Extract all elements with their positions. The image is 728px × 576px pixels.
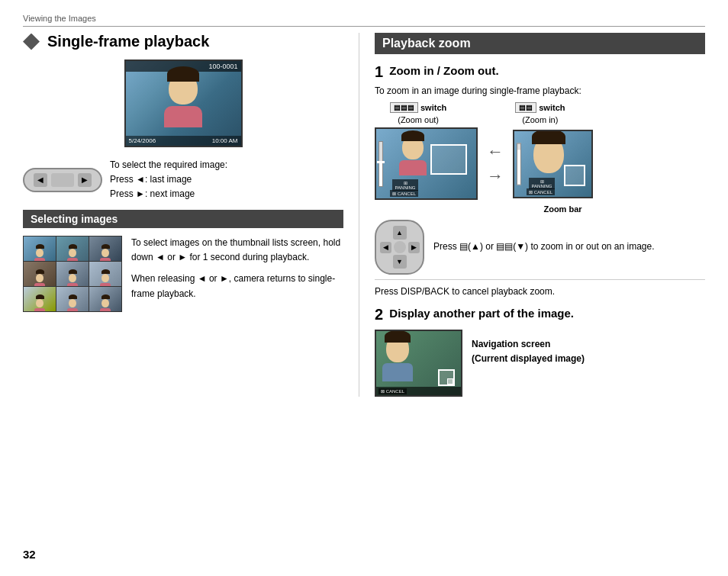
page-container: Viewing the Images Single-frame playback… [0, 0, 728, 576]
controls-text: To select the required image: Press ◄: l… [110, 158, 227, 202]
controls-row: ◀ ▶ To select the required image: Press … [23, 158, 343, 202]
nav-label-line1: Navigation screen [472, 339, 550, 349]
playback-zoom-title: Playback zoom [382, 37, 471, 50]
zoom-in-icon-row: ▤▤ switch [515, 102, 565, 113]
cancel-label-right: ⊠ CANCEL [527, 188, 555, 195]
dpad-center [51, 173, 74, 187]
zoom-in-switch-label: switch [539, 103, 565, 112]
step1-label: Zoom in / Zoom out. [389, 64, 498, 77]
display-cancel: ⊠ CANCEL [378, 388, 407, 394]
camera-screen-time: 10:00 AM [212, 137, 238, 144]
page-number: 32 [23, 548, 36, 561]
zoom-dpad-up[interactable]: ▲ [393, 226, 407, 240]
thumb-cell-1 [24, 237, 56, 261]
selecting-row: To select images on the thumbnail lists … [23, 236, 343, 312]
controls-line3: Press ►: next image [110, 187, 227, 201]
nav-screen-label: Navigation screen (Current displayed ima… [472, 337, 585, 366]
zoom-in-label-container: ▤▤ switch (Zoom in) [515, 102, 565, 124]
zoom-screens-row: ⊞ PANNING ⊠ CANCEL ← → [375, 127, 705, 200]
section2-header: Selecting images [23, 210, 343, 228]
thumb-cell-4 [24, 262, 56, 286]
thumb-cell-7 [24, 287, 56, 311]
zoom-out-sub: (Zoom out) [390, 115, 446, 124]
thumb-person-8 [66, 294, 79, 310]
camera-screen: 100-0001 5/24/2006 10:00 AM [124, 60, 243, 147]
nav-indicator [438, 369, 455, 386]
left-arrow-btn[interactable]: ◀ [34, 173, 47, 187]
thumb-person-7 [33, 294, 47, 310]
arrow-left-icon: ← [487, 142, 504, 162]
nav-screen-label-container: Navigation screen (Current displayed ima… [472, 330, 585, 366]
hair-icon [167, 66, 199, 82]
zoom-dpad-middle: ◀ ▶ [380, 241, 420, 253]
nav-label-line2: (Current displayed image) [472, 353, 585, 364]
thumb-cell-3 [89, 237, 121, 261]
zoom-dpad-center [394, 241, 406, 253]
controls-line1: To select the required image: [110, 158, 227, 172]
section1-title-row: Single-frame playback [23, 33, 343, 50]
zoom-bar-right [517, 143, 521, 185]
section1-title: Single-frame playback [47, 33, 209, 50]
zoom-desc-text: Press ▤(▲) or ▤▤(▼) to zoom in or out on… [433, 240, 655, 254]
panning-cancel-right: ⊞ PANNING ⊠ CANCEL [527, 188, 555, 195]
zoom-dpad-right[interactable]: ▶ [408, 242, 420, 253]
camera-screen-date: 5/24/2006 [129, 137, 156, 144]
zoom-out-label-container: ▤▤▤ switch (Zoom out) [390, 102, 446, 124]
thumb-cell-6 [89, 262, 121, 286]
step2-num: 2 [375, 306, 383, 323]
zoom-in-icon: ▤▤ [515, 102, 536, 113]
thumb-person-2 [66, 244, 79, 259]
selecting-body1: To select images on the thumbnail lists … [131, 236, 343, 266]
dpad-control: ◀ ▶ [23, 168, 102, 192]
thumb-cell-8 [56, 287, 89, 311]
zoom-in-screen-container: ⊞ PANNING ⊠ CANCEL [513, 130, 593, 198]
cancel-text: Press DISP/BACK to cancel playback zoom. [375, 286, 705, 297]
thumb-cell-5 [56, 262, 89, 286]
arrow-right-icon: → [487, 166, 504, 186]
display-person [382, 335, 413, 381]
page-header: Viewing the Images [23, 14, 705, 27]
zoom-bar-fill-right [517, 150, 520, 184]
person-silhouette [156, 72, 210, 134]
right-column: Playback zoom 1 Zoom in / Zoom out. To z… [359, 33, 705, 397]
panning-cancel-labels: ⊞ PANNING ⊠ CANCEL [390, 190, 418, 197]
right-arrow-btn[interactable]: ▶ [78, 173, 92, 187]
thumb-person-4 [33, 269, 47, 285]
zoom-bar-indicator [377, 161, 385, 163]
thumb-person-6 [98, 269, 112, 285]
zoom-out-person [399, 135, 427, 175]
step2-title: 2 Display another part of the image. [375, 306, 705, 323]
thumb-person-5 [66, 269, 79, 285]
thumb-person-3 [98, 244, 112, 259]
section2-title: Selecting images [31, 213, 118, 225]
display-screen: ⊠ CANCEL [375, 330, 462, 397]
nav-indicator-inner [447, 378, 453, 385]
step1-title: 1 Zoom in / Zoom out. [375, 63, 705, 81]
page-header-text: Viewing the Images [23, 14, 96, 23]
zoom-out-screen-container: ⊞ PANNING ⊠ CANCEL [375, 127, 478, 200]
selecting-body2: When releasing ◄ or ►, camera returns to… [131, 272, 343, 302]
zoom-out-screen: ⊞ PANNING ⊠ CANCEL [375, 127, 478, 200]
panning-label: ⊞ PANNING [392, 179, 418, 191]
cancel-label-left: ⊠ CANCEL [390, 190, 418, 197]
zoom-dpad: ▲ ◀ ▶ ▼ [375, 220, 424, 275]
thumb-cell-2 [56, 237, 89, 261]
separator [375, 279, 705, 280]
panning-label-right: ⊞ PANNING [529, 178, 555, 189]
zoom-dpad-down[interactable]: ▼ [393, 255, 407, 269]
step2-label: Display another part of the image. [389, 307, 574, 320]
zoom-out-icon-row: ▤▤▤ switch [390, 102, 446, 113]
display-screen-footer: ⊠ CANCEL [376, 387, 461, 395]
zoom-in-indicator [564, 165, 585, 186]
zoom-dpad-left[interactable]: ◀ [380, 242, 391, 253]
display-row: ⊠ CANCEL Navigation screen (Current disp… [375, 330, 705, 397]
zoom-indicator-box [430, 144, 467, 175]
zoom-in-screen: ⊞ PANNING ⊠ CANCEL [513, 130, 593, 198]
zoom-in-sub: (Zoom in) [515, 115, 565, 124]
arrows-between: ← → [484, 142, 507, 186]
thumb-person-9 [98, 294, 112, 310]
zoom-out-icon: ▤▤▤ [390, 102, 418, 113]
playback-zoom-header: Playback zoom [375, 33, 705, 54]
camera-screen-container: 100-0001 5/24/2006 10:00 AM [23, 60, 343, 147]
controls-line2: Press ◄: last image [110, 172, 227, 187]
